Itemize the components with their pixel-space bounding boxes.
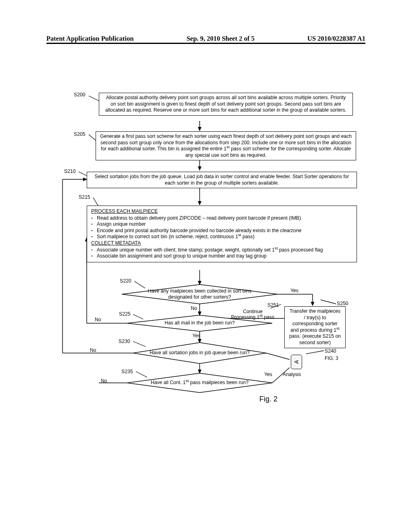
s220-text: Have any mailpieces been collected in so… <box>147 288 252 301</box>
s235-no-label: No <box>101 378 107 384</box>
svg-line-28 <box>133 314 143 319</box>
s220-yes-label: Yes <box>290 288 298 293</box>
svg-line-25 <box>79 172 87 176</box>
svg-line-27 <box>134 281 145 288</box>
step-label-s205: S205 <box>74 131 85 137</box>
decision-s225: Has all mail in the job been run? <box>143 318 256 328</box>
step-label-s235: S235 <box>121 369 133 374</box>
s215-b2: Assign unique number <box>97 221 353 228</box>
step-label-s240: S240 <box>325 348 336 354</box>
s215-b1: Read address to obtain delivery point ZI… <box>97 215 353 222</box>
s215-b4: Sort mailpiece to correct sort bin (in s… <box>97 234 353 240</box>
step-label-s200: S200 <box>74 92 85 98</box>
decision-s230: Have all sortation jobs in job queue bee… <box>151 345 248 361</box>
svg-line-24 <box>89 135 96 140</box>
svg-line-23 <box>89 96 99 101</box>
s235-yes-label: Yes <box>264 372 272 377</box>
s230-no-label: No <box>90 347 96 353</box>
s225-yes-label: Yes <box>192 333 200 339</box>
s215-b3: Encode and print postal authority barcod… <box>97 228 353 234</box>
svg-line-29 <box>133 341 146 347</box>
off-page-connector-a: A <box>291 355 302 369</box>
step-label-s210: S210 <box>64 168 75 174</box>
s240-fig-ref: FIG. 3 <box>325 355 338 361</box>
step-label-s250: S250 <box>337 301 348 306</box>
s240-analysis-label: Analysis <box>283 372 301 377</box>
s230-text: Have all sortation jobs in job queue bee… <box>147 350 252 356</box>
step-s200: Allocate postal authority delivery point… <box>99 93 353 116</box>
s215-b6: Associate bin assignment and sort group … <box>97 253 353 260</box>
decision-s235: Have all Cont. 1st pass mailpieces been … <box>151 376 248 390</box>
s225-no-label: No <box>95 317 101 322</box>
step-label-s225: S225 <box>119 311 130 317</box>
s225-text: Has all mail in the job been run? <box>147 320 252 326</box>
s205-sup: st <box>227 145 230 149</box>
s215-b5: Associate unique number with client; tim… <box>97 247 353 254</box>
step-label-s220: S220 <box>120 278 131 284</box>
flowchart-diagram: S200 Allocate postal authority delivery … <box>46 93 365 472</box>
step-label-s230: S230 <box>119 339 130 344</box>
step-s210: Select sortation jobs from the job queue… <box>87 172 357 188</box>
step-label-s215: S215 <box>79 194 90 200</box>
figure-caption: Fig. 2 <box>259 395 277 403</box>
step-s205: Generate a first pass sort scheme for ea… <box>96 131 356 160</box>
step-s215: PROCESS EACH MAILPIECE Read address to o… <box>87 206 357 262</box>
svg-line-26 <box>93 197 98 206</box>
page-header: Patent Application Publication Sep. 9, 2… <box>46 35 365 43</box>
header-right: US 2010/0228387 A1 <box>307 35 365 43</box>
s215-head-process: PROCESS EACH MAILPIECE <box>91 208 353 215</box>
header-center: Sep. 9, 2010 Sheet 2 of 5 <box>186 35 254 43</box>
svg-line-22 <box>266 353 290 360</box>
step-label-s251: S251 <box>267 302 279 308</box>
header-left: Patent Application Publication <box>46 35 133 43</box>
decision-s220: Have any mailpieces been collected in so… <box>147 286 252 302</box>
svg-line-31 <box>321 300 336 304</box>
step-s250: Transfer the mailpieces / tray(s) to cor… <box>284 306 346 348</box>
s215-head-collect: COLLECT METADATA <box>91 240 353 247</box>
s235-text: Have all Cont. 1st pass mailpieces been … <box>147 380 252 386</box>
svg-line-30 <box>136 372 147 377</box>
s220-no-label: No <box>191 305 197 311</box>
header-divider <box>46 43 365 44</box>
svg-line-33 <box>306 351 324 354</box>
